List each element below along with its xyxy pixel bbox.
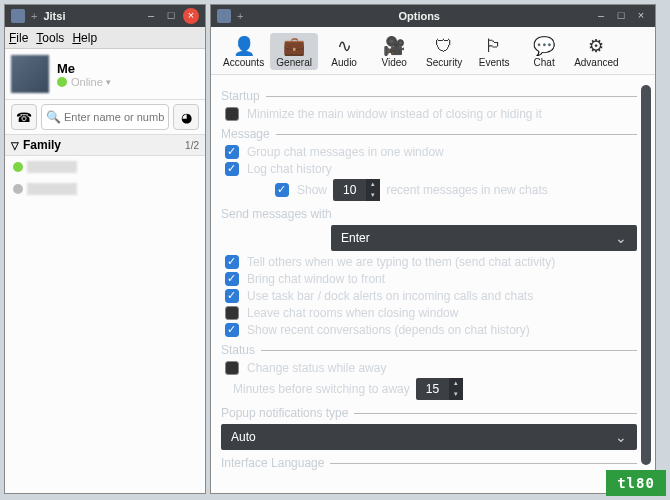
opt-minimize: Minimize the main window instead of clos… (247, 107, 542, 121)
options-body: Startup Minimize the main window instead… (211, 75, 655, 489)
tab-advanced[interactable]: ⚙Advanced (570, 33, 622, 70)
app-icon (217, 9, 231, 23)
contact-name (27, 183, 77, 195)
add-tab-button[interactable]: + (237, 10, 243, 22)
flag-icon: 🏳 (474, 35, 514, 57)
opt-bring-front: Bring chat window to front (247, 272, 385, 286)
section-send-with: Send messages with (221, 207, 332, 221)
history-button[interactable]: ◕ (173, 104, 199, 130)
opt-leave-rooms: Leave chat rooms when closing window (247, 306, 458, 320)
status-text: Online (71, 76, 103, 88)
close-button[interactable]: × (183, 8, 199, 24)
opt-taskbar: Use task bar / dock alerts on incoming c… (247, 289, 533, 303)
chevron-down-icon: ▾ (106, 77, 111, 87)
group-count: 1/2 (185, 140, 199, 151)
status-dot-online (13, 162, 23, 172)
menu-tools[interactable]: Tools (36, 31, 64, 45)
minimize-button[interactable]: – (593, 8, 609, 24)
recent-count-spinner[interactable]: 10▴▾ (333, 179, 380, 201)
tab-general[interactable]: 💼General (270, 33, 318, 70)
opt-tell-others: Tell others when we are typing to them (… (247, 255, 555, 269)
spinner-down[interactable]: ▾ (366, 190, 380, 201)
checkbox-taskbar[interactable] (225, 289, 239, 303)
menu-bar: File Tools Help (5, 27, 205, 49)
spinner-up[interactable]: ▴ (449, 378, 463, 389)
equalizer-icon: ∿ (324, 35, 364, 57)
contact-item-2[interactable] (5, 178, 205, 200)
opt-show: Show (297, 183, 327, 197)
checkbox-show-recent[interactable] (275, 183, 289, 197)
tab-video[interactable]: 🎥Video (370, 33, 418, 70)
checkbox-tell-others[interactable] (225, 255, 239, 269)
main-titlebar: + Jitsi – □ × (5, 5, 205, 27)
send-key-dropdown[interactable]: Enter (331, 225, 637, 251)
spinner-up[interactable]: ▴ (366, 179, 380, 190)
dialpad-button[interactable]: ☎ (11, 104, 37, 130)
jitsi-main-window: + Jitsi – □ × File Tools Help Me Online … (4, 4, 206, 494)
opt-group-chat: Group chat messages in one window (247, 145, 444, 159)
main-title: Jitsi (43, 10, 139, 22)
maximize-button[interactable]: □ (613, 8, 629, 24)
camera-icon: 🎥 (374, 35, 414, 57)
minimize-button[interactable]: – (143, 8, 159, 24)
shield-icon: 🛡 (424, 35, 464, 57)
section-message: Message (221, 127, 270, 141)
app-icon (11, 9, 25, 23)
checkbox-minimize[interactable] (225, 107, 239, 121)
watermark: tl80 (606, 470, 666, 496)
tab-chat[interactable]: 💬Chat (520, 33, 568, 70)
contact-name (27, 161, 77, 173)
tab-security[interactable]: 🛡Security (420, 33, 468, 70)
tab-audio[interactable]: ∿Audio (320, 33, 368, 70)
checkbox-bring-front[interactable] (225, 272, 239, 286)
checkbox-change-status[interactable] (225, 361, 239, 375)
search-box[interactable]: 🔍 (41, 104, 169, 130)
tab-accounts[interactable]: 👤Accounts (219, 33, 268, 70)
add-tab-button[interactable]: + (31, 10, 37, 22)
maximize-button[interactable]: □ (163, 8, 179, 24)
checkbox-recent-conv[interactable] (225, 323, 239, 337)
scrollbar[interactable] (641, 85, 651, 465)
menu-file[interactable]: File (9, 31, 28, 45)
checkbox-log-history[interactable] (225, 162, 239, 176)
opt-minutes-away: Minutes before switching to away (233, 382, 410, 396)
spinner-down[interactable]: ▾ (449, 389, 463, 400)
opt-show-tail: recent messages in new chats (386, 183, 547, 197)
group-name: Family (23, 138, 61, 152)
search-input[interactable] (64, 111, 164, 123)
section-lang: Interface Language (221, 456, 324, 470)
popup-type-dropdown[interactable]: Auto (221, 424, 637, 450)
away-minutes-spinner[interactable]: 15▴▾ (416, 378, 463, 400)
status-selector[interactable]: Online ▾ (57, 76, 199, 88)
opt-change-status: Change status while away (247, 361, 386, 375)
tab-events[interactable]: 🏳Events (470, 33, 518, 70)
search-icon: 🔍 (46, 110, 61, 124)
section-popup: Popup notifications type (221, 406, 348, 420)
section-status: Status (221, 343, 255, 357)
status-dot-offline (13, 184, 23, 194)
checkbox-group-chat[interactable] (225, 145, 239, 159)
section-startup: Startup (221, 89, 260, 103)
options-tabs: 👤Accounts 💼General ∿Audio 🎥Video 🛡Securi… (211, 27, 655, 75)
options-window: + Options – □ × 👤Accounts 💼General ∿Audi… (210, 4, 656, 494)
person-icon: 👤 (223, 35, 264, 57)
options-title: Options (249, 10, 589, 22)
status-dot-online (57, 77, 67, 87)
options-titlebar: + Options – □ × (211, 5, 655, 27)
search-toolbar: ☎ 🔍 ◕ (5, 100, 205, 135)
me-section: Me Online ▾ (5, 49, 205, 100)
avatar[interactable] (11, 55, 49, 93)
contact-item-1[interactable] (5, 156, 205, 178)
expand-icon: ▽ (11, 140, 19, 151)
opt-log-history: Log chat history (247, 162, 332, 176)
briefcase-icon: 💼 (274, 35, 314, 57)
checkbox-leave-rooms[interactable] (225, 306, 239, 320)
group-header-family[interactable]: ▽ Family 1/2 (5, 135, 205, 156)
gear-icon: ⚙ (574, 35, 618, 57)
me-name: Me (57, 61, 199, 76)
close-button[interactable]: × (633, 8, 649, 24)
menu-help[interactable]: Help (72, 31, 97, 45)
opt-recent-conv: Show recent conversations (depends on ch… (247, 323, 530, 337)
chat-icon: 💬 (524, 35, 564, 57)
